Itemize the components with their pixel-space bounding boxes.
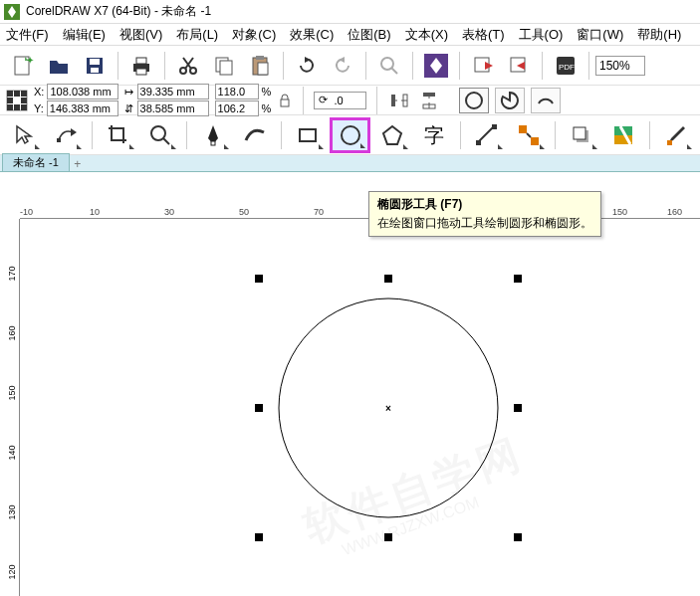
svg-rect-40: [423, 93, 435, 97]
print-button[interactable]: [124, 50, 158, 82]
arc-mode-button[interactable]: [531, 88, 561, 113]
import-button[interactable]: [466, 50, 500, 82]
separator: [649, 121, 650, 149]
rectangle-tool[interactable]: [288, 117, 328, 153]
pick-tool[interactable]: [4, 117, 44, 153]
doc-tab[interactable]: 未命名 -1: [2, 153, 70, 171]
ellipse-mode-button[interactable]: [459, 88, 489, 113]
mirror-v-icon[interactable]: [417, 89, 441, 112]
svg-text:字: 字: [424, 124, 444, 146]
svg-marker-18: [339, 57, 345, 63]
svg-rect-43: [57, 138, 61, 142]
svg-line-57: [527, 133, 531, 137]
lock-aspect-icon[interactable]: [277, 93, 293, 108]
ellipse-tool[interactable]: [330, 117, 369, 153]
handle-se[interactable]: [514, 533, 522, 541]
menu-help[interactable]: 帮助(H): [637, 26, 681, 44]
svg-rect-13: [220, 61, 232, 75]
new-tab-button[interactable]: +: [70, 157, 86, 171]
scale-x-input[interactable]: [215, 84, 259, 99]
svg-marker-17: [305, 57, 311, 63]
handle-w[interactable]: [255, 404, 263, 412]
canvas[interactable]: 软件自学网 WWW.RJZXW.COM ×: [20, 219, 700, 596]
menu-window[interactable]: 窗口(W): [577, 26, 623, 44]
menu-file[interactable]: 文件(F): [6, 26, 49, 44]
eyedropper-tool[interactable]: [656, 117, 696, 153]
rotation-input[interactable]: [332, 93, 361, 108]
width-input[interactable]: [137, 84, 209, 99]
svg-rect-38: [391, 95, 395, 106]
selected-ellipse[interactable]: ×: [259, 279, 518, 537]
transparency-tool[interactable]: [603, 117, 643, 153]
menu-bitmap[interactable]: 位图(B): [348, 26, 390, 44]
svg-rect-36: [21, 104, 27, 110]
polygon-tool[interactable]: [372, 117, 412, 153]
open-button[interactable]: [42, 50, 76, 82]
zoom-input[interactable]: [595, 56, 645, 76]
property-bar: X: Y: ↦ ⇵ % % ⟳: [0, 86, 700, 115]
dimension-tool[interactable]: [467, 117, 507, 153]
menu-view[interactable]: 视图(V): [119, 26, 162, 44]
tooltip: 椭圆形工具 (F7) 在绘图窗口拖动工具绘制圆形和椭圆形。: [368, 191, 601, 237]
save-button[interactable]: [78, 50, 112, 82]
launch-button[interactable]: [419, 50, 453, 82]
title-bar: CorelDRAW X7 (64-Bit) - 未命名 -1: [0, 0, 700, 24]
freehand-tool[interactable]: [193, 117, 233, 153]
handle-sw[interactable]: [255, 533, 263, 541]
shape-tool[interactable]: [46, 117, 86, 153]
separator: [283, 52, 284, 80]
svg-rect-48: [300, 129, 316, 141]
size-h-icon: ⇵: [124, 102, 133, 114]
handle-s[interactable]: [384, 533, 392, 541]
menu-tool[interactable]: 工具(O): [519, 26, 564, 44]
svg-rect-35: [14, 104, 20, 110]
document-tabs: 未命名 -1 +: [0, 155, 700, 172]
menu-table[interactable]: 表格(T): [462, 26, 505, 44]
separator: [460, 121, 461, 149]
separator: [281, 121, 282, 149]
connector-tool[interactable]: [509, 117, 549, 153]
ruler-vertical[interactable]: 120 130 140 150 160 170: [6, 219, 20, 596]
position-anchor-icon[interactable]: [6, 90, 28, 111]
cut-button[interactable]: [171, 50, 205, 82]
y-input[interactable]: [47, 100, 118, 116]
new-doc-button[interactable]: ✦: [6, 50, 40, 82]
artistic-media-tool[interactable]: [235, 117, 275, 153]
search-button[interactable]: [372, 50, 406, 82]
separator: [376, 87, 377, 114]
svg-rect-33: [21, 98, 27, 103]
svg-rect-53: [476, 140, 481, 145]
rotate-icon: ⟳: [319, 94, 328, 106]
handle-nw[interactable]: [255, 275, 263, 283]
zoom-tool[interactable]: [140, 117, 180, 153]
svg-point-45: [151, 126, 165, 140]
handle-ne[interactable]: [514, 275, 522, 283]
svg-point-49: [342, 126, 359, 144]
separator: [365, 52, 366, 80]
export-button[interactable]: [502, 50, 536, 82]
x-input[interactable]: [47, 84, 118, 99]
crop-tool[interactable]: [99, 117, 138, 153]
pie-mode-button[interactable]: [495, 88, 525, 113]
pdf-button[interactable]: PDF: [549, 50, 583, 82]
svg-rect-55: [519, 125, 527, 133]
rotation-field[interactable]: ⟳: [314, 92, 366, 109]
height-input[interactable]: [137, 100, 209, 116]
menu-layout[interactable]: 布局(L): [176, 26, 218, 44]
mirror-h-icon[interactable]: [387, 89, 411, 112]
menu-text[interactable]: 文本(X): [405, 26, 448, 44]
handle-e[interactable]: [514, 404, 522, 412]
separator: [542, 52, 543, 80]
menu-object[interactable]: 对象(C): [232, 26, 276, 44]
menu-effect[interactable]: 效果(C): [290, 26, 334, 44]
redo-button[interactable]: [326, 50, 359, 82]
text-tool[interactable]: 字: [414, 117, 454, 153]
drop-shadow-tool[interactable]: [562, 117, 601, 153]
paste-button[interactable]: [243, 50, 277, 82]
menu-edit[interactable]: 编辑(E): [63, 26, 106, 44]
toolbox: 字: [0, 115, 700, 155]
scale-y-input[interactable]: [215, 100, 259, 116]
undo-button[interactable]: [290, 50, 324, 82]
copy-button[interactable]: [207, 50, 241, 82]
handle-n[interactable]: [384, 275, 392, 283]
